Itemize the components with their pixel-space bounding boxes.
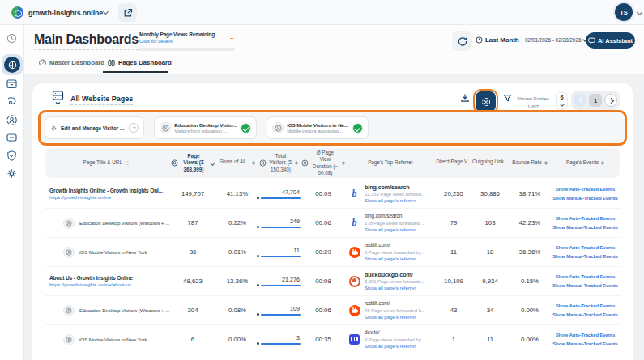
col-referrer[interactable]: Page's Top Referrer (345, 159, 436, 166)
page-views-value: 48,623 (167, 277, 219, 285)
next-page-button[interactable] (604, 94, 617, 107)
gauge-icon (39, 59, 46, 66)
direct-views-value: 43 (436, 307, 471, 314)
monthly-progress-bar (139, 48, 235, 51)
table-header: Page Title & URL⁝⁝ Page Views (Σ 363,999… (45, 148, 620, 178)
page-url-link[interactable]: https://growth-insights.online/about-us (49, 282, 167, 287)
reddit-icon (349, 247, 360, 258)
show-auto-tracked-events-link[interactable]: Show Auto-Tracked Events (551, 331, 620, 339)
col-outgoing[interactable]: Outgoing Link... (471, 159, 509, 167)
show-auto-tracked-events-link[interactable]: Show Auto-Tracked Events (551, 244, 620, 252)
page-title-text: Growth Insights Online - Growth Insights… (49, 188, 167, 193)
outgoing-links-value: 18 (471, 248, 509, 256)
ai-assistant-button[interactable]: AI Assistant (586, 32, 635, 49)
page-views-value: 6 (167, 336, 219, 343)
funnel-swoosh-icon[interactable] (6, 95, 19, 108)
tab-pages-dashboard[interactable]: Pages Dashboard (108, 59, 172, 66)
open-site-button[interactable] (118, 3, 137, 22)
shield-icon[interactable] (6, 150, 19, 163)
page-views-value: 304 (167, 307, 219, 314)
top-referrer-cell: duckduckgo.com/ 5,091 Page views forward… (345, 271, 436, 292)
show-manual-tracked-events-link[interactable]: Show Manual-Tracked Events (551, 194, 620, 202)
sidebar-item-dashboards[interactable] (2, 54, 23, 75)
referrer-domain: duckduckgo.com/ (365, 271, 425, 279)
col-bounce[interactable]: Bounce Rate (509, 159, 551, 166)
page-header: Main Dashboards Monthly Page Views Remai… (24, 25, 644, 74)
segment-icon[interactable] (6, 114, 19, 127)
date-range[interactable]: 02/01/2026 - 02/28/2026 (525, 37, 587, 43)
gear-icon[interactable] (6, 167, 19, 180)
duration-value: 00:29 (301, 248, 345, 256)
direct-views-value: 20,255 (436, 190, 471, 197)
duckduckgo-icon (349, 276, 360, 287)
segment-chip-education[interactable]: Education Desktop Visito... Visitors fro… (154, 116, 257, 139)
referrer-domain: reddit.com/ (365, 242, 424, 249)
show-all-referrers-link[interactable]: Show all page's referrer (365, 256, 424, 262)
show-all-referrers-link[interactable]: Show all page's referrer (365, 227, 425, 233)
col-page-views[interactable]: Page Views (Σ 363,999) (167, 153, 219, 173)
col-events[interactable]: Page's Events (551, 159, 620, 166)
edit-segments-chip[interactable]: Edit and Manage Visitor ... (45, 116, 144, 139)
show-auto-tracked-events-link[interactable]: Show Auto-Tracked Events (551, 214, 620, 222)
avatar-chevron-icon[interactable] (637, 10, 642, 15)
chat-icon[interactable] (6, 132, 19, 145)
referrer-note: 46 Page views forwarded b... (365, 307, 425, 314)
segment-strip: Edit and Manage Visitor ... Education De… (38, 110, 627, 146)
period-selector[interactable]: Last Month (476, 36, 519, 44)
total-visitors-bar: 21,276 (257, 276, 301, 287)
avatar[interactable]: TS (615, 3, 633, 21)
page-url-link[interactable]: https://growth-insights.online (49, 195, 167, 200)
bounce-rate-value: 0.00% (509, 307, 551, 314)
segment-icon (259, 159, 267, 167)
show-manual-tracked-events-link[interactable]: Show Manual-Tracked Events (551, 311, 620, 319)
page-title: Main Dashboards (34, 32, 139, 50)
segment-avatar-icon (160, 122, 171, 133)
show-all-referrers-link[interactable]: Show all page's referrer (365, 285, 425, 291)
share-value: 0.01% (219, 248, 256, 256)
col-duration[interactable]: Ø Page View Duration (≈ 00:08) (301, 150, 345, 176)
refresh-button[interactable] (452, 31, 472, 51)
col-title[interactable]: Page Title & URL⁝⁝ (45, 159, 167, 167)
show-manual-tracked-events-link[interactable]: Show Manual-Tracked Events (551, 282, 620, 290)
referrer-favicon (348, 333, 360, 345)
referrer-domain: bing.com/search (365, 184, 425, 192)
tab-master-dashboard[interactable]: Master Dashboard (39, 59, 104, 66)
referrer-note: 22,753 Page views forward... (365, 191, 425, 197)
segment-avatar-icon (63, 218, 75, 229)
show-manual-tracked-events-link[interactable]: Show Manual-Tracked Events (551, 252, 620, 260)
events-cell: Show Auto-Tracked Events Show Manual-Tra… (551, 244, 620, 260)
site-name[interactable]: growth-insights.online (28, 9, 103, 17)
chevron-down-icon[interactable] (103, 9, 109, 15)
col-share[interactable]: Share of All... (219, 159, 256, 167)
referrer-favicon (348, 275, 360, 287)
box-icon[interactable] (6, 78, 19, 91)
history-icon[interactable] (6, 32, 19, 45)
col-total-visitors[interactable]: Total Visitors (Σ 150,340) (256, 153, 301, 173)
segment-chip-ios[interactable]: iOS Mobile Visitors in Ne... Mobile visi… (267, 116, 368, 139)
click-for-details-link[interactable]: Click for details (139, 39, 261, 44)
prev-page-button[interactable] (574, 94, 586, 107)
show-auto-tracked-events-link[interactable]: Show Auto-Tracked Events (551, 273, 620, 281)
sidebar (0, 25, 24, 360)
segments-button[interactable] (476, 91, 496, 112)
page-views-value: 787 (167, 219, 219, 227)
show-all-referrers-link[interactable]: Show all page's referrer (365, 343, 424, 349)
show-auto-tracked-events-link[interactable]: Show Auto-Tracked Events (551, 185, 620, 193)
show-manual-tracked-events-link[interactable]: Show Manual-Tracked Events (551, 223, 620, 231)
page-size-select[interactable]: 6 (556, 92, 568, 109)
referrer-note: 3 Page views forwarded by... (365, 337, 424, 343)
outgoing-links-value: 9,934 (471, 277, 509, 285)
events-cell: Show Auto-Tracked Events Show Manual-Tra… (551, 302, 620, 318)
bounce-rate-value: 0.15% (509, 277, 551, 285)
total-visitors-bar: 109 (257, 305, 301, 316)
top-referrer-cell: b bing.com/search 22,753 Page views forw… (345, 184, 436, 205)
show-manual-tracked-events-link[interactable]: Show Manual-Tracked Events (551, 340, 620, 348)
segment-active-check-icon[interactable] (352, 123, 363, 133)
show-all-referrers-link[interactable]: Show all page's referrer (365, 197, 425, 204)
col-direct[interactable]: Direct Page V... (436, 159, 471, 167)
segment-active-check-icon[interactable] (241, 123, 251, 133)
monthly-page-views: Monthly Page Views Remaining Click for d… (139, 32, 261, 51)
show-all-referrers-link[interactable]: Show all page's referrer (365, 314, 425, 320)
show-auto-tracked-events-link[interactable]: Show Auto-Tracked Events (551, 302, 620, 310)
share-value: 13.36% (219, 277, 256, 285)
